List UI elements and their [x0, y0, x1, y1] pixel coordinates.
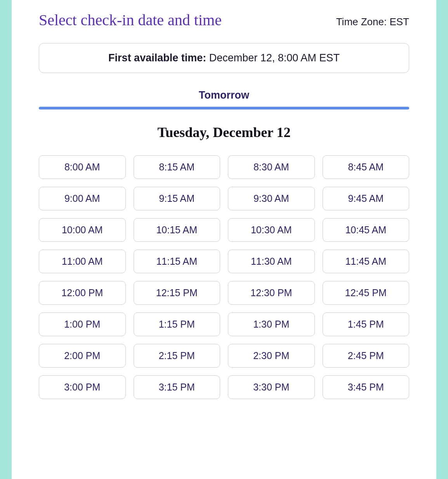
time-slots-grid: 8:00 AM8:15 AM8:30 AM8:45 AM9:00 AM9:15 … [39, 155, 409, 399]
time-slot[interactable]: 8:15 AM [134, 155, 221, 179]
time-slot[interactable]: 10:30 AM [228, 218, 315, 242]
time-slot[interactable]: 2:15 PM [134, 344, 221, 368]
time-slot[interactable]: 11:15 AM [134, 250, 221, 273]
checkin-card: Select check-in date and time Time Zone:… [12, 0, 436, 479]
time-slot[interactable]: 3:45 PM [323, 375, 410, 399]
time-slot[interactable]: 11:30 AM [228, 250, 315, 273]
time-slot[interactable]: 3:15 PM [134, 375, 221, 399]
time-slot[interactable]: 1:45 PM [323, 312, 410, 336]
first-available-box: First available time: December 12, 8:00 … [39, 43, 409, 73]
time-slot[interactable]: 1:00 PM [39, 312, 126, 336]
first-available-label: First available time: [108, 52, 209, 64]
time-slot[interactable]: 2:00 PM [39, 344, 126, 368]
time-slot[interactable]: 2:45 PM [323, 344, 410, 368]
tab-row: Tomorrow [39, 89, 409, 107]
time-slot[interactable]: 10:15 AM [134, 218, 221, 242]
tab-tomorrow[interactable]: Tomorrow [199, 89, 249, 107]
time-slot[interactable]: 8:00 AM [39, 155, 126, 179]
time-slot[interactable]: 10:45 AM [323, 218, 410, 242]
first-available-value: December 12, 8:00 AM EST [209, 52, 340, 64]
time-slot[interactable]: 12:30 PM [228, 281, 315, 305]
timezone-label: Time Zone: EST [336, 16, 409, 28]
time-slot[interactable]: 11:00 AM [39, 250, 126, 273]
header-row: Select check-in date and time Time Zone:… [39, 11, 409, 29]
time-slot[interactable]: 9:00 AM [39, 187, 126, 210]
time-slot[interactable]: 3:30 PM [228, 375, 315, 399]
time-slot[interactable]: 12:15 PM [134, 281, 221, 305]
time-slot[interactable]: 12:45 PM [323, 281, 410, 305]
time-slot[interactable]: 10:00 AM [39, 218, 126, 242]
time-slot[interactable]: 3:00 PM [39, 375, 126, 399]
time-slot[interactable]: 9:30 AM [228, 187, 315, 210]
time-slot[interactable]: 12:00 PM [39, 281, 126, 305]
page-title: Select check-in date and time [39, 11, 222, 29]
time-slot[interactable]: 9:15 AM [134, 187, 221, 210]
date-heading: Tuesday, December 12 [39, 124, 409, 141]
time-slot[interactable]: 9:45 AM [323, 187, 410, 210]
time-slot[interactable]: 1:30 PM [228, 312, 315, 336]
time-slot[interactable]: 8:30 AM [228, 155, 315, 179]
time-slot[interactable]: 8:45 AM [323, 155, 410, 179]
time-slot[interactable]: 2:30 PM [228, 344, 315, 368]
tab-underline [39, 107, 409, 109]
time-slot[interactable]: 1:15 PM [134, 312, 221, 336]
time-slot[interactable]: 11:45 AM [323, 250, 410, 273]
